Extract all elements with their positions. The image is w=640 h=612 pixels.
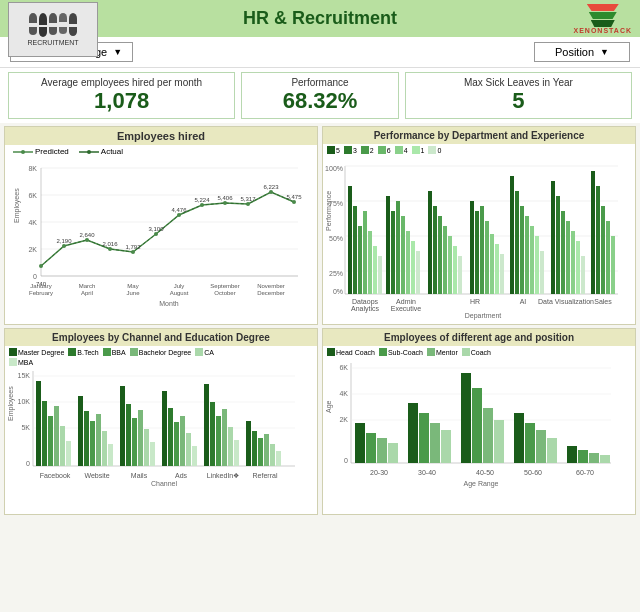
svg-text:Referral: Referral xyxy=(253,472,278,479)
svg-text:2,190: 2,190 xyxy=(56,238,72,244)
svg-rect-110 xyxy=(606,221,610,294)
avg-hired-label: Average employees hired per month xyxy=(17,77,226,88)
svg-rect-82 xyxy=(443,226,447,294)
svg-text:Executive: Executive xyxy=(391,305,421,312)
employees-hired-chart: Employees hired Predicted Actual 8K 6K 4… xyxy=(4,126,318,325)
svg-text:Analytics: Analytics xyxy=(351,305,380,313)
svg-text:May: May xyxy=(127,283,138,289)
svg-rect-92 xyxy=(500,254,504,294)
svg-text:Website: Website xyxy=(84,472,109,479)
svg-point-24 xyxy=(223,201,227,205)
svg-rect-137 xyxy=(78,396,83,466)
svg-rect-199 xyxy=(547,438,557,463)
svg-text:July: July xyxy=(174,283,185,289)
svg-rect-73 xyxy=(391,211,395,294)
svg-rect-78 xyxy=(416,251,420,294)
svg-rect-140 xyxy=(96,414,101,466)
svg-rect-165 xyxy=(270,444,275,466)
svg-text:LinkedIn❖: LinkedIn❖ xyxy=(207,472,239,479)
svg-rect-108 xyxy=(596,186,600,294)
svg-rect-97 xyxy=(530,226,534,294)
svg-point-20 xyxy=(131,250,135,254)
svg-rect-91 xyxy=(495,244,499,294)
svg-rect-201 xyxy=(578,450,588,463)
svg-point-22 xyxy=(177,213,181,217)
svg-text:September: September xyxy=(210,283,239,289)
svg-text:5,317: 5,317 xyxy=(240,196,256,202)
svg-text:November: November xyxy=(257,283,285,289)
age-position-chart: Employees of different age and position … xyxy=(322,328,636,515)
svg-text:Admin: Admin xyxy=(396,298,416,305)
svg-rect-156 xyxy=(210,402,215,466)
svg-rect-197 xyxy=(525,423,535,463)
svg-text:5,475: 5,475 xyxy=(286,194,302,200)
svg-text:2,640: 2,640 xyxy=(79,232,95,238)
svg-rect-69 xyxy=(368,231,372,294)
legend-predicted: Predicted xyxy=(35,147,69,156)
svg-rect-159 xyxy=(228,427,233,466)
position-select[interactable]: Position ▼ xyxy=(534,42,630,62)
svg-text:50%: 50% xyxy=(329,235,343,242)
svg-rect-138 xyxy=(84,411,89,466)
svg-text:5,224: 5,224 xyxy=(194,197,210,203)
svg-text:2,016: 2,016 xyxy=(102,241,118,247)
svg-rect-143 xyxy=(120,386,125,466)
svg-rect-68 xyxy=(363,211,367,294)
performance-kpi: Performance 68.32% xyxy=(241,72,399,119)
svg-rect-154 xyxy=(192,446,197,466)
svg-rect-196 xyxy=(514,413,524,463)
chart3-title: Employees by Channel and Education Degre… xyxy=(5,329,317,346)
svg-rect-190 xyxy=(430,423,440,463)
svg-text:Facebook: Facebook xyxy=(40,472,71,479)
svg-rect-160 xyxy=(234,440,239,466)
svg-rect-96 xyxy=(525,216,529,294)
chart2-title: Performance by Department and Experience xyxy=(323,127,635,144)
svg-rect-163 xyxy=(258,438,263,466)
svg-rect-101 xyxy=(556,196,560,294)
svg-text:Performance: Performance xyxy=(325,191,332,231)
svg-text:25%: 25% xyxy=(329,270,343,277)
svg-rect-106 xyxy=(581,256,585,294)
svg-text:2K: 2K xyxy=(339,416,348,423)
svg-text:Age: Age xyxy=(325,400,333,413)
svg-text:2K: 2K xyxy=(28,246,37,253)
svg-rect-145 xyxy=(132,418,137,466)
svg-text:March: March xyxy=(79,283,96,289)
svg-rect-136 xyxy=(66,441,71,466)
svg-rect-146 xyxy=(138,410,143,466)
svg-rect-189 xyxy=(419,413,429,463)
svg-text:December: December xyxy=(257,290,285,296)
svg-rect-193 xyxy=(472,388,482,463)
svg-rect-94 xyxy=(515,191,519,294)
svg-point-3 xyxy=(87,150,91,154)
svg-rect-72 xyxy=(386,196,390,294)
svg-rect-151 xyxy=(174,422,179,466)
page-title: HR & Recruitment xyxy=(243,8,397,28)
svg-rect-67 xyxy=(358,226,362,294)
svg-rect-147 xyxy=(144,429,149,466)
svg-rect-164 xyxy=(264,434,269,466)
svg-rect-200 xyxy=(567,446,577,463)
svg-rect-142 xyxy=(108,444,113,466)
svg-rect-185 xyxy=(366,433,376,463)
svg-rect-203 xyxy=(600,455,610,463)
svg-rect-111 xyxy=(611,236,615,294)
svg-rect-87 xyxy=(475,211,479,294)
svg-rect-102 xyxy=(561,211,565,294)
date-select-arrow: ▼ xyxy=(113,47,122,57)
svg-point-1 xyxy=(21,150,25,154)
svg-text:4,476: 4,476 xyxy=(171,207,187,213)
svg-rect-100 xyxy=(551,181,555,294)
svg-text:30-40: 30-40 xyxy=(418,469,436,476)
svg-text:5,406: 5,406 xyxy=(217,195,233,201)
svg-rect-187 xyxy=(388,443,398,463)
svg-rect-141 xyxy=(102,431,107,466)
svg-point-27 xyxy=(292,200,296,204)
performance-dept-chart: Performance by Department and Experience… xyxy=(322,126,636,325)
svg-rect-155 xyxy=(204,384,209,466)
svg-rect-80 xyxy=(433,206,437,294)
svg-rect-104 xyxy=(571,231,575,294)
svg-rect-194 xyxy=(483,408,493,463)
svg-text:6K: 6K xyxy=(28,192,37,199)
svg-point-26 xyxy=(269,190,273,194)
